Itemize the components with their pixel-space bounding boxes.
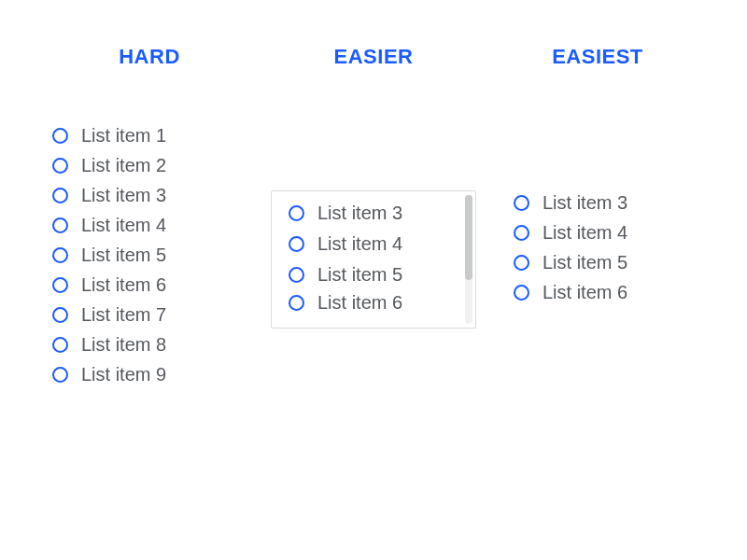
bullet-icon (52, 128, 68, 144)
scrollbar-thumb[interactable] (465, 195, 472, 280)
list-item-label: List item 3 (81, 185, 166, 206)
list-item-label: List item 4 (317, 233, 402, 255)
list-item: List item 4 (52, 215, 166, 236)
list-item: List item 8 (52, 334, 166, 356)
list-item-label: List item 3 (543, 192, 627, 214)
list-hard: List item 1 List item 2 List item 3 List… (37, 125, 166, 385)
list-item-label: List item 6 (81, 274, 166, 296)
list-item-label: List item 9 (81, 364, 166, 385)
bullet-icon (52, 158, 68, 174)
list-easier: List item 3 List item 4 List item 5 List… (289, 203, 458, 312)
list-item: List item 3 (514, 192, 627, 214)
list-item: List item 3 (289, 203, 458, 224)
column-header-hard: HARD (119, 45, 180, 69)
list-item-label: List item 4 (543, 222, 627, 244)
list-item-label: List item 5 (543, 252, 627, 273)
bullet-icon (52, 367, 68, 383)
column-hard: HARD List item 1 List item 2 List item 3… (37, 45, 261, 523)
list-item-label: List item 8 (81, 334, 166, 356)
list-item: List item 6 (52, 274, 166, 296)
list-item-label: List item 5 (317, 264, 402, 286)
bullet-icon (52, 337, 68, 353)
list-item-label: List item 4 (81, 215, 166, 236)
list-item: List item 7 (52, 304, 166, 326)
bullet-icon (514, 225, 529, 241)
column-header-easier: EASIER (334, 45, 414, 69)
list-item-label: List item 7 (81, 304, 166, 326)
list-item: List item 5 (514, 252, 627, 273)
list-item: List item 5 (289, 264, 458, 286)
bullet-icon (289, 267, 304, 283)
list-item: List item 6 (514, 282, 627, 303)
list-item-label: List item 3 (317, 203, 402, 224)
list-item-label: List item 6 (543, 282, 627, 303)
bullet-icon (289, 236, 304, 252)
bullet-icon (52, 188, 68, 203)
scrollbar-track[interactable] (465, 195, 472, 324)
bullet-icon (289, 205, 304, 221)
list-item-label: List item 5 (81, 245, 166, 266)
bullet-icon (52, 307, 68, 323)
bullet-icon (52, 217, 68, 233)
list-item-label: List item 1 (81, 125, 166, 147)
bullet-icon (52, 247, 68, 263)
bullet-icon (514, 255, 529, 271)
list-item-label: List item 6 (317, 295, 402, 312)
list-item: List item 4 (289, 233, 458, 255)
list-item: List item 2 (52, 155, 166, 176)
list-item: List item 9 (52, 364, 166, 385)
list-easiest: List item 3 List item 4 List item 5 List… (486, 192, 627, 303)
bullet-icon (289, 295, 304, 311)
column-header-easiest: EASIEST (552, 45, 643, 69)
bullet-icon (514, 285, 529, 301)
bullet-icon (52, 277, 68, 293)
list-item-label: List item 2 (81, 155, 166, 176)
list-item: List item 5 (52, 245, 166, 266)
list-item: List item 3 (52, 185, 166, 206)
list-item: List item 1 (52, 125, 166, 147)
column-easier: EASIER List item 3 List item 4 List item… (261, 45, 486, 523)
list-item-partial: List item 6 (289, 295, 458, 312)
list-item: List item 4 (514, 222, 627, 244)
bullet-icon (514, 195, 529, 211)
column-easiest: EASIEST List item 3 List item 4 List ite… (486, 45, 710, 523)
scrollable-list-easier[interactable]: List item 3 List item 4 List item 5 List… (271, 190, 476, 329)
